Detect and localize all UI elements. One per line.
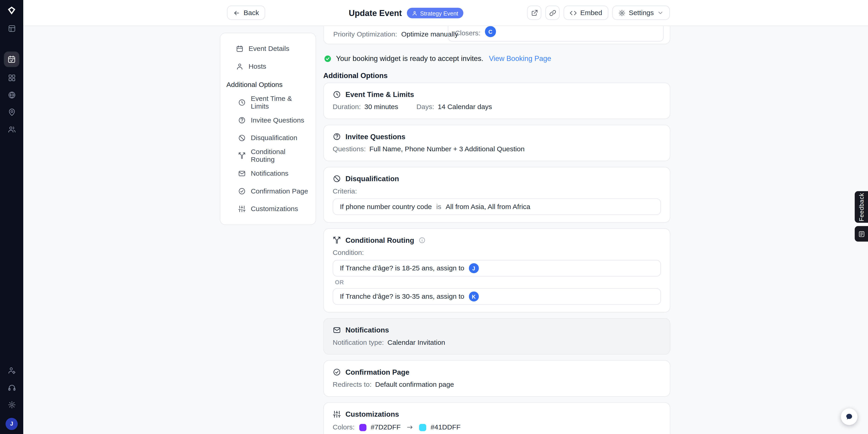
- topbar-actions: Embed Settings: [527, 5, 670, 20]
- settings-button[interactable]: Settings: [612, 5, 670, 20]
- rail-item-apps[interactable]: [4, 70, 20, 85]
- copy-link-button[interactable]: [546, 5, 560, 20]
- criteria-label: Criteria:: [333, 187, 661, 196]
- user-avatar[interactable]: J: [5, 417, 18, 430]
- nav-section-additional-options: Additional Options: [226, 75, 309, 93]
- calendar-check-icon: [7, 55, 16, 64]
- changelog-tab[interactable]: [855, 226, 868, 242]
- assignee-avatar: K: [469, 291, 479, 301]
- open-booking-page-button[interactable]: [527, 5, 541, 20]
- redirects-label: Redirects to:: [333, 381, 372, 388]
- rail-item-web[interactable]: [4, 87, 20, 103]
- rail-item-scheduling[interactable]: [4, 52, 20, 67]
- routing-rule-2[interactable]: If Tranche d'âge? is 30-35 ans, assign t…: [333, 288, 661, 305]
- doc-box-icon: [858, 230, 865, 237]
- card-header: Confirmation Page: [333, 368, 661, 376]
- card-title: Invitee Questions: [345, 132, 405, 141]
- back-button[interactable]: Back: [227, 5, 265, 20]
- card-invitee-questions[interactable]: Invitee Questions Questions: Full Name, …: [323, 124, 671, 161]
- additional-options-heading: Additional Options: [323, 71, 671, 80]
- rule-operator: is: [436, 203, 441, 211]
- nav-item-hosts[interactable]: Hosts: [226, 58, 309, 76]
- back-label: Back: [244, 9, 259, 17]
- redirects-value: Default confirmation page: [375, 381, 454, 388]
- disqualification-rule[interactable]: If phone number country code is All from…: [333, 198, 661, 215]
- card-confirmation-page[interactable]: Confirmation Page Redirects to: Default …: [323, 360, 671, 397]
- duration-label: Duration:: [333, 103, 361, 111]
- card-header: Invitee Questions: [333, 132, 661, 141]
- success-check-icon: [324, 55, 332, 62]
- rail-item-frames[interactable]: [4, 21, 20, 36]
- card-header: Conditional Routing: [333, 236, 661, 244]
- rule-text: If Tranche d'âge? is 18-25 ans, assign t…: [340, 264, 464, 272]
- card-title: Event Time & Limits: [345, 90, 414, 98]
- embed-button[interactable]: Embed: [564, 5, 609, 20]
- duration-value: 30 minutes: [365, 103, 398, 111]
- card-customizations[interactable]: Customizations Colors: #7D2DFF #41DDFF: [323, 402, 671, 434]
- chat-launcher[interactable]: [841, 408, 858, 425]
- frame-icon: [7, 24, 16, 32]
- settings-label: Settings: [629, 9, 654, 17]
- nav-item-event-time-limits[interactable]: Event Time & Limits: [226, 93, 309, 111]
- clock-icon: [238, 98, 246, 106]
- scrolled-card-bottom[interactable]: Priority Optimization: Optimize manually…: [323, 26, 671, 44]
- card-conditional-routing[interactable]: Conditional Routing Condition: If Tranch…: [323, 228, 671, 313]
- user-gear-icon: [7, 366, 16, 374]
- rail-item-locations[interactable]: [4, 104, 20, 120]
- nav-item-customizations[interactable]: Customizations: [226, 200, 309, 218]
- rail-item-support[interactable]: [4, 380, 20, 396]
- mail-icon: [238, 170, 246, 177]
- nav-item-label: Conditional Routing: [251, 148, 309, 163]
- closers-box: Closers: C: [448, 26, 664, 41]
- event-type-badge: Strategy Event: [407, 8, 463, 18]
- view-booking-page-link[interactable]: View Booking Page: [489, 54, 551, 62]
- rule-subject: If phone number country code: [340, 203, 432, 211]
- rail-item-team[interactable]: [4, 121, 20, 137]
- nav-item-label: Customizations: [251, 205, 298, 213]
- event-type-badge-label: Strategy Event: [420, 9, 458, 16]
- card-summary: Duration: 30 minutes Days: 14 Calendar d…: [333, 103, 661, 111]
- gear-icon: [618, 9, 625, 17]
- external-link-icon: [531, 9, 538, 17]
- card-summary: Redirects to: Default confirmation page: [333, 381, 661, 389]
- card-notifications[interactable]: Notifications Notification type: Calenda…: [323, 318, 671, 355]
- split-icon: [333, 236, 341, 244]
- card-event-time-limits[interactable]: Event Time & Limits Duration: 30 minutes…: [323, 83, 671, 119]
- card-disqualification[interactable]: Disqualification Criteria: If phone numb…: [323, 167, 671, 223]
- nav-item-label: Event Time & Limits: [251, 95, 309, 110]
- app-logo-icon: [7, 5, 17, 16]
- questions-label: Questions:: [333, 145, 366, 153]
- nav-item-event-details[interactable]: Event Details: [226, 40, 309, 58]
- slash-circle-icon: [238, 134, 246, 142]
- mail-icon: [333, 326, 341, 334]
- nav-item-conditional-routing[interactable]: Conditional Routing: [226, 147, 309, 165]
- page-title: Update Event: [349, 8, 402, 18]
- nav-item-notifications[interactable]: Notifications: [226, 165, 309, 182]
- nav-item-disqualification[interactable]: Disqualification: [226, 129, 309, 147]
- app-logo: [7, 5, 17, 16]
- nav-item-label: Confirmation Page: [251, 187, 308, 195]
- info-icon[interactable]: [418, 237, 426, 244]
- routing-rule-1[interactable]: If Tranche d'âge? is 18-25 ans, assign t…: [333, 260, 661, 277]
- check-circle-icon: [333, 368, 341, 376]
- clock-icon: [333, 90, 341, 98]
- nav-item-invitee-questions[interactable]: Invitee Questions: [226, 111, 309, 129]
- gear-icon: [7, 401, 16, 409]
- card-title: Conditional Routing: [345, 236, 414, 244]
- colors-label: Colors:: [333, 423, 355, 431]
- slash-circle-icon: [333, 175, 341, 183]
- nav-item-confirmation-page[interactable]: Confirmation Page: [226, 182, 309, 200]
- rail-item-settings[interactable]: [4, 397, 20, 412]
- sliders-icon: [238, 205, 246, 213]
- check-circle-icon: [238, 187, 246, 195]
- card-title: Disqualification: [345, 175, 399, 183]
- feedback-tab[interactable]: Feedback: [855, 191, 868, 223]
- days-label: Days:: [416, 103, 434, 111]
- code-icon: [570, 9, 577, 17]
- priority-optimization-label: Priority Optimization:: [333, 31, 397, 38]
- card-summary: Colors: #7D2DFF #41DDFF: [333, 423, 661, 431]
- or-separator: OR: [335, 279, 661, 285]
- card-title: Confirmation Page: [345, 368, 409, 376]
- rail-item-account[interactable]: [4, 363, 20, 378]
- color-hex-secondary: #41DDFF: [431, 423, 461, 431]
